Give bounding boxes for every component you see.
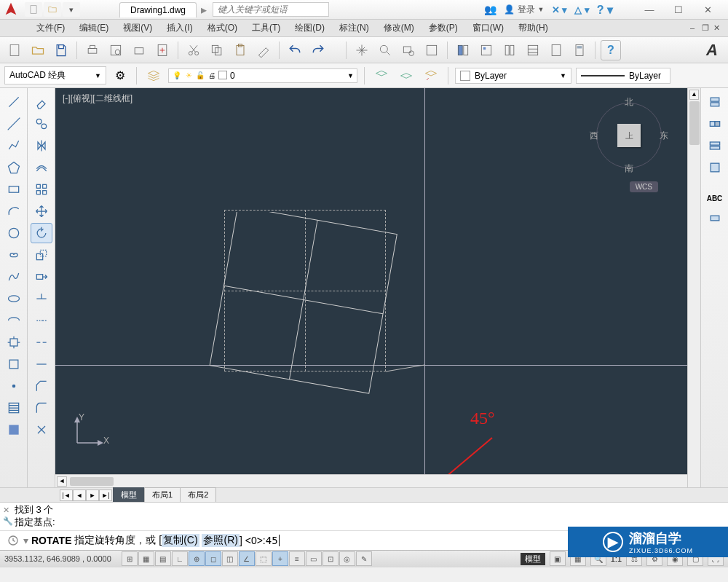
qat-new-icon[interactable] — [25, 2, 42, 17]
workspace-settings-icon[interactable]: ⚙ — [111, 66, 130, 85]
rectangle-tool-icon[interactable] — [3, 179, 25, 200]
break-tool-icon[interactable] — [31, 332, 52, 353]
extend-tool-icon[interactable] — [31, 310, 52, 331]
cmd-close-icon[interactable]: ✕ — [3, 506, 13, 515]
3dosnap-icon[interactable]: ◫ — [222, 551, 238, 566]
tab-layout2[interactable]: 布局2 — [180, 487, 216, 503]
redo-icon[interactable] — [308, 40, 328, 60]
print-preview-icon[interactable] — [106, 40, 126, 60]
copy-icon[interactable] — [207, 40, 227, 60]
menu-tools[interactable]: 工具(T) — [245, 20, 288, 36]
dyn-icon[interactable]: + — [272, 551, 288, 566]
make-block-icon[interactable] — [3, 354, 25, 374]
horizontal-scrollbar[interactable]: ◄ — [55, 474, 687, 487]
print-icon[interactable] — [82, 40, 103, 60]
zoom-realtime-icon[interactable] — [375, 40, 395, 60]
qp-icon[interactable]: ⊡ — [323, 551, 339, 566]
layer-combo[interactable]: 💡 ☀ 🔓 🖨 0 ▼ — [168, 68, 357, 83]
menu-window[interactable]: 窗口(W) — [465, 20, 511, 36]
layer-state-icon[interactable] — [371, 66, 392, 86]
design-center-icon[interactable] — [476, 40, 496, 60]
zoom-prev-icon[interactable] — [422, 40, 442, 60]
layer-merge-icon[interactable] — [704, 135, 726, 156]
cmd-dropdown-icon[interactable]: ▾ — [23, 535, 28, 546]
menu-modify[interactable]: 修改(M) — [376, 20, 422, 36]
menu-insert[interactable]: 插入(I) — [159, 20, 199, 36]
circle-tool-icon[interactable] — [3, 223, 25, 243]
gradient-tool-icon[interactable] — [3, 420, 25, 440]
plot-icon[interactable] — [129, 40, 149, 60]
dim-style-icon[interactable] — [704, 210, 726, 230]
layout-next-icon[interactable]: ► — [86, 489, 99, 501]
ellipse-arc-icon[interactable] — [3, 310, 25, 331]
login-button[interactable]: 👤 登录 ▼ — [504, 4, 545, 16]
qat-dropdown-icon[interactable]: ▾ — [63, 2, 80, 17]
ducs-icon[interactable]: ⬚ — [256, 551, 272, 566]
pan-icon[interactable] — [352, 40, 372, 60]
explode-tool-icon[interactable] — [31, 420, 52, 440]
lwt-icon[interactable]: ≡ — [289, 551, 305, 566]
maximize-icon[interactable]: ☐ — [664, 1, 693, 17]
doc-restore-icon[interactable]: ❐ — [702, 23, 712, 34]
help-icon[interactable]: ? ▾ — [597, 3, 613, 17]
trim-tool-icon[interactable] — [31, 288, 52, 309]
a360-icon[interactable]: △ ▾ — [574, 4, 590, 15]
snap-icon[interactable]: ▦ — [138, 551, 154, 566]
calc-icon[interactable] — [569, 40, 590, 60]
array-tool-icon[interactable] — [31, 179, 52, 200]
point-tool-icon[interactable] — [3, 376, 25, 396]
mirror-tool-icon[interactable] — [31, 135, 52, 156]
pline-tool-icon[interactable] — [3, 135, 25, 156]
layer-props-icon[interactable] — [143, 66, 164, 86]
menu-param[interactable]: 参数(P) — [422, 20, 465, 36]
cut-icon[interactable] — [183, 40, 204, 60]
join-tool-icon[interactable] — [31, 354, 52, 374]
vertical-scrollbar[interactable]: ▲ — [687, 88, 700, 487]
menu-file[interactable]: 文件(F) — [29, 20, 72, 36]
spline-tool-icon[interactable] — [3, 267, 25, 287]
polar-icon[interactable]: ⊕ — [189, 551, 205, 566]
layout-first-icon[interactable]: |◄ — [60, 489, 73, 501]
paste-icon[interactable] — [230, 40, 250, 60]
linetype-combo[interactable]: ByLayer — [576, 68, 670, 84]
infer-constraints-icon[interactable]: ⊞ — [122, 551, 138, 566]
grid-icon[interactable]: ▤ — [155, 551, 171, 566]
chamfer-tool-icon[interactable] — [31, 376, 52, 396]
tab-layout1[interactable]: 布局1 — [144, 487, 181, 503]
otrack-icon[interactable]: ∠ — [239, 551, 255, 566]
text-style-icon[interactable]: ABC — [704, 188, 726, 208]
layer-prev-icon[interactable] — [421, 66, 441, 86]
qat-open-icon[interactable] — [44, 2, 61, 17]
layer-match-icon[interactable] — [704, 114, 726, 134]
rotate-tool-icon[interactable] — [31, 223, 52, 243]
hatch-tool-icon[interactable] — [3, 398, 25, 418]
polygon-tool-icon[interactable] — [3, 157, 25, 178]
save-icon[interactable] — [51, 40, 71, 60]
undo-icon[interactable] — [285, 40, 305, 60]
minimize-icon[interactable]: — — [635, 1, 664, 17]
move-tool-icon[interactable] — [31, 201, 52, 221]
infocenter-icon[interactable]: 👥 — [484, 4, 496, 15]
layout-last-icon[interactable]: ►| — [99, 489, 112, 501]
help-button-icon[interactable]: ? — [601, 40, 621, 60]
doc-close-icon[interactable]: ✕ — [713, 23, 724, 34]
sc-icon[interactable]: ◎ — [339, 551, 355, 566]
annotation-a-icon[interactable]: A — [706, 41, 724, 60]
layer-walk-icon[interactable] — [704, 92, 726, 112]
erase-tool-icon[interactable] — [31, 92, 52, 112]
layout-prev-icon[interactable]: ◄ — [73, 489, 86, 501]
menu-draw[interactable]: 绘图(D) — [288, 20, 332, 36]
scale-tool-icon[interactable] — [31, 245, 52, 265]
publish-icon[interactable] — [152, 40, 173, 60]
menu-help[interactable]: 帮助(H) — [511, 20, 555, 36]
line-tool-icon[interactable] — [3, 92, 25, 112]
stretch-tool-icon[interactable] — [31, 267, 52, 287]
menu-view[interactable]: 视图(V) — [116, 20, 159, 36]
ortho-icon[interactable]: ∟ — [172, 551, 188, 566]
new-file-icon[interactable] — [4, 40, 25, 60]
markup-icon[interactable] — [546, 40, 566, 60]
tab-model[interactable]: 模型 — [113, 487, 145, 503]
search-input[interactable] — [213, 2, 329, 17]
am-icon[interactable]: ✎ — [356, 551, 372, 566]
cmd-recent-icon[interactable] — [6, 533, 20, 548]
